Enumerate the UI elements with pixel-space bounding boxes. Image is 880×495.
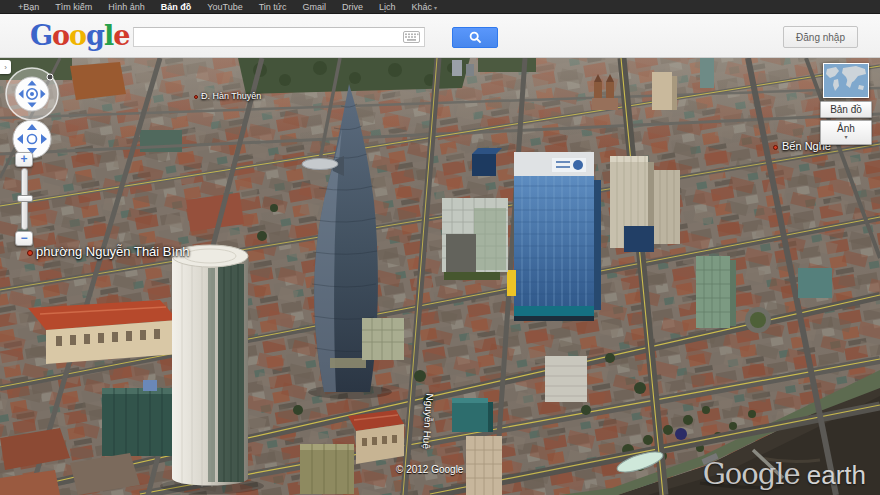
- topbar-item-ban-do[interactable]: Bản đồ: [161, 2, 192, 12]
- topbar-item-tim-kiem[interactable]: Tìm kiếm: [55, 2, 92, 12]
- google-maps-earth-view: +Bạn Tìm kiếm Hình ảnh Bản đồ YouTube Ti…: [0, 0, 880, 495]
- white-slab: [545, 356, 587, 402]
- beige-tower-b: [654, 170, 680, 244]
- logo-letter: o: [52, 20, 69, 51]
- sign-in-button[interactable]: Đăng nhập: [783, 26, 858, 48]
- search-button[interactable]: [452, 27, 498, 48]
- zoom-control: + −: [14, 152, 34, 246]
- topbar-item-plus-ban[interactable]: +Bạn: [18, 2, 39, 12]
- overview-world-map[interactable]: [823, 63, 869, 98]
- imagery-button-label: Ảnh: [837, 123, 855, 134]
- logo-letter: l: [104, 20, 113, 51]
- roundabout: [745, 307, 771, 333]
- topbar-item-drive[interactable]: Drive: [342, 2, 363, 12]
- teal-glass-box: [452, 398, 493, 432]
- map-canvas[interactable]: Đ. Hàn Thuyên phường Nguyễn Thái Bình Bế…: [0, 58, 880, 495]
- logo-letter: e: [113, 20, 129, 51]
- logo-letter: g: [86, 20, 104, 51]
- teal-midrise: [102, 388, 180, 456]
- topbar-item-gmail[interactable]: Gmail: [302, 2, 326, 12]
- navy-cube-2: [624, 226, 654, 252]
- green-tower-right: [696, 256, 736, 328]
- search-icon: [469, 31, 482, 44]
- bitexco-podium: [362, 318, 404, 360]
- topbar-item-youtube[interactable]: YouTube: [207, 2, 242, 12]
- google-bar: +Bạn Tìm kiếm Hình ảnh Bản đồ YouTube Ti…: [0, 0, 880, 14]
- search-input[interactable]: [134, 29, 403, 45]
- teal-box-right: [798, 268, 832, 298]
- logo-letter: G: [30, 20, 52, 51]
- zoom-slider-handle[interactable]: [17, 195, 33, 202]
- colonial-building: [28, 300, 178, 364]
- search-box: [133, 27, 425, 47]
- zoom-out-button[interactable]: −: [15, 231, 33, 246]
- blue-roof-house: [143, 380, 157, 391]
- imagery-mode-button[interactable]: Ảnh ▾: [820, 120, 872, 145]
- beige-lowrise: [466, 436, 502, 495]
- logo-letter: o: [69, 20, 86, 51]
- dome-tent: [675, 428, 687, 440]
- red-roof-building: [348, 410, 404, 464]
- google-logo[interactable]: Google: [30, 20, 129, 51]
- zoom-in-button[interactable]: +: [15, 152, 33, 167]
- search-header: Google Đăng nhập: [0, 14, 880, 58]
- chevron-down-icon: ▾: [434, 5, 437, 11]
- zoom-slider-track[interactable]: [21, 168, 28, 230]
- topbar-item-hinh-anh[interactable]: Hình ảnh: [108, 2, 145, 12]
- map-mode-button[interactable]: Bản đồ: [820, 101, 872, 118]
- keyboard-icon[interactable]: [403, 31, 420, 43]
- gray-cube-building: [442, 198, 508, 280]
- topbar-item-khac[interactable]: Khác▾: [411, 2, 437, 12]
- yellow-kiosk: [507, 270, 516, 296]
- look-around-control[interactable]: [4, 66, 60, 122]
- blue-glass-tower: [507, 152, 601, 321]
- chevron-down-icon: ▾: [821, 134, 871, 141]
- rotate-knob: [47, 74, 53, 80]
- earth-3d-scene: [0, 58, 880, 495]
- topbar-item-tin-tuc[interactable]: Tin tức: [259, 2, 287, 12]
- topbar-item-lich[interactable]: Lịch: [379, 2, 396, 12]
- topbar-item-khac-label: Khác: [411, 2, 432, 12]
- olive-podium: [300, 444, 354, 494]
